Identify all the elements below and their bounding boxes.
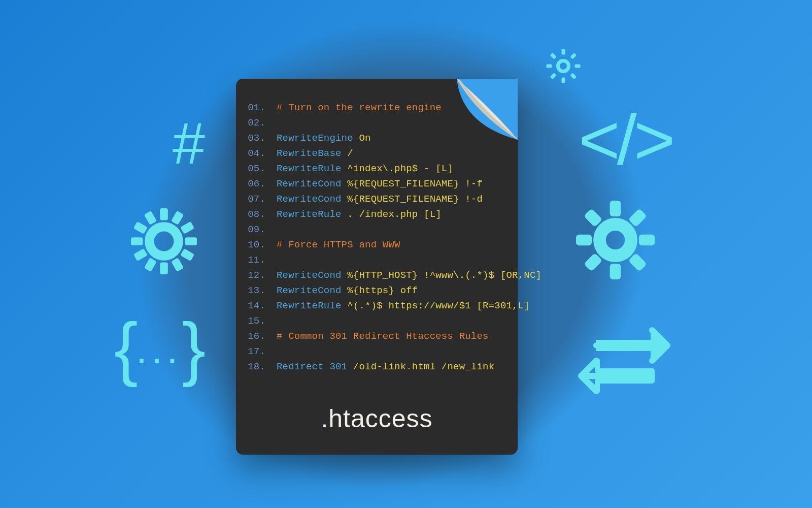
- svg-rect-1: [562, 77, 565, 83]
- code-token: # Common 301 Redirect Htaccess Rules: [277, 331, 489, 342]
- line-number: 13.: [245, 283, 265, 298]
- svg-rect-29: [628, 253, 647, 272]
- gear-icon: [576, 201, 655, 282]
- code-token: # Turn on the rewrite engine: [277, 102, 442, 113]
- code-line: 17.: [245, 344, 509, 359]
- svg-rect-26: [628, 208, 647, 227]
- svg-rect-12: [185, 237, 197, 245]
- svg-rect-6: [550, 53, 557, 59]
- svg-rect-13: [171, 211, 184, 225]
- svg-rect-19: [144, 211, 157, 225]
- code-token: RewriteCond: [277, 178, 347, 189]
- code-line: 12.RewriteCond %{HTTP_HOST} !^www\.(.*)$…: [245, 268, 509, 283]
- line-number: 08.: [245, 207, 265, 222]
- svg-rect-28: [584, 208, 602, 227]
- code-token: %{HTTP_HOST} !^www\.(.*)$ [OR,NC]: [347, 270, 542, 281]
- svg-rect-0: [562, 49, 565, 54]
- line-number: 05.: [245, 161, 265, 176]
- svg-rect-16: [180, 248, 194, 261]
- code-line: 06.RewriteCond %{REQUEST_FILENAME} !-f: [245, 176, 509, 192]
- code-token: RewriteRule: [277, 300, 347, 311]
- code-token: RewriteRule: [277, 163, 347, 174]
- svg-rect-15: [133, 221, 148, 234]
- code-line: 08.RewriteRule . /index.php [L]: [245, 207, 509, 222]
- line-number: 01.: [245, 100, 265, 115]
- hash-icon: #: [173, 114, 205, 173]
- code-token: %{REQUEST_FILENAME} !-d: [347, 194, 483, 205]
- code-block: 01.# Turn on the rewrite engine02.03.Rew…: [245, 100, 509, 374]
- htaccess-document: 01.# Turn on the rewrite engine02.03.Rew…: [236, 79, 518, 455]
- svg-rect-11: [131, 237, 143, 245]
- code-line: 10.# Force HTTPS and WWW: [245, 237, 509, 252]
- code-line: 01.# Turn on the rewrite engine: [245, 100, 509, 115]
- code-line: 04.RewriteBase /: [245, 146, 509, 161]
- svg-rect-22: [610, 201, 621, 216]
- svg-rect-14: [144, 258, 157, 272]
- svg-rect-24: [576, 235, 592, 246]
- code-token: ^(.*)$ https://www/$1 [R=301,L]: [347, 300, 530, 311]
- code-token: # Force HTTPS and WWW: [277, 239, 400, 250]
- code-token: RewriteCond: [277, 270, 347, 281]
- file-label: .htaccess: [236, 404, 518, 433]
- svg-rect-7: [570, 73, 577, 79]
- code-line: 11.: [245, 252, 509, 268]
- code-token: /old-link.html /new_link: [353, 361, 494, 372]
- code-token: %{https} off: [347, 285, 418, 296]
- line-number: 04.: [245, 146, 265, 161]
- svg-rect-25: [639, 235, 655, 246]
- code-token: RewriteBase: [277, 148, 347, 159]
- svg-rect-2: [546, 65, 552, 68]
- code-line: 09.: [245, 222, 509, 237]
- line-number: 18.: [245, 359, 265, 374]
- svg-rect-18: [133, 248, 148, 261]
- code-token: /: [347, 148, 353, 159]
- line-number: 16.: [245, 329, 265, 344]
- svg-rect-20: [171, 258, 184, 272]
- code-line: 13.RewriteCond %{https} off: [245, 283, 509, 298]
- code-line: 14.RewriteRule ^(.*)$ https://www/$1 [R=…: [245, 298, 509, 313]
- line-number: 17.: [245, 344, 265, 359]
- bidirectional-arrows-icon: [566, 318, 683, 406]
- svg-rect-9: [160, 208, 168, 220]
- code-token: %{REQUEST_FILENAME} !-f: [347, 178, 483, 189]
- code-line: 16.# Common 301 Redirect Htaccess Rules: [245, 329, 509, 344]
- code-token: RewriteEngine: [277, 133, 359, 144]
- code-line: 07.RewriteCond %{REQUEST_FILENAME} !-d: [245, 192, 509, 207]
- gear-icon: [131, 208, 197, 277]
- svg-rect-3: [574, 65, 580, 68]
- line-number: 02.: [245, 115, 265, 131]
- code-token: RewriteRule: [277, 209, 347, 220]
- svg-rect-5: [550, 73, 557, 79]
- svg-rect-10: [160, 263, 168, 274]
- code-tag-icon: </>: [579, 104, 672, 175]
- line-number: 12.: [245, 268, 265, 283]
- line-number: 10.: [245, 237, 265, 252]
- code-line: 18.Redirect 301 /old-link.html /new_link: [245, 359, 509, 374]
- code-token: Redirect 301: [277, 361, 353, 372]
- braces-icon: {...}: [114, 312, 204, 384]
- line-number: 15.: [245, 313, 265, 329]
- code-token: On: [359, 133, 370, 144]
- line-number: 11.: [245, 252, 265, 268]
- line-number: 14.: [245, 298, 265, 313]
- illustration-stage: # {...} </> 01.# Turn on the rewrite en: [0, 0, 812, 508]
- code-line: 02.: [245, 115, 509, 131]
- line-number: 06.: [245, 176, 265, 192]
- line-number: 09.: [245, 222, 265, 237]
- svg-rect-17: [180, 221, 194, 234]
- line-number: 07.: [245, 192, 265, 207]
- code-line: 03.RewriteEngine On: [245, 131, 509, 146]
- svg-point-8: [149, 227, 178, 256]
- code-line: 05.RewriteRule ^index\.php$ - [L]: [245, 161, 509, 176]
- code-token: RewriteCond: [277, 285, 347, 296]
- code-token: RewriteCond: [277, 194, 347, 205]
- svg-point-21: [600, 225, 631, 256]
- gear-icon: [546, 48, 581, 86]
- code-line: 15.: [245, 313, 509, 329]
- svg-rect-4: [570, 53, 577, 59]
- code-token: . /index.php [L]: [347, 209, 442, 220]
- line-number: 03.: [245, 131, 265, 146]
- code-token: ^index\.php$ - [L]: [347, 163, 453, 174]
- svg-rect-27: [584, 253, 602, 272]
- svg-rect-23: [610, 264, 621, 279]
